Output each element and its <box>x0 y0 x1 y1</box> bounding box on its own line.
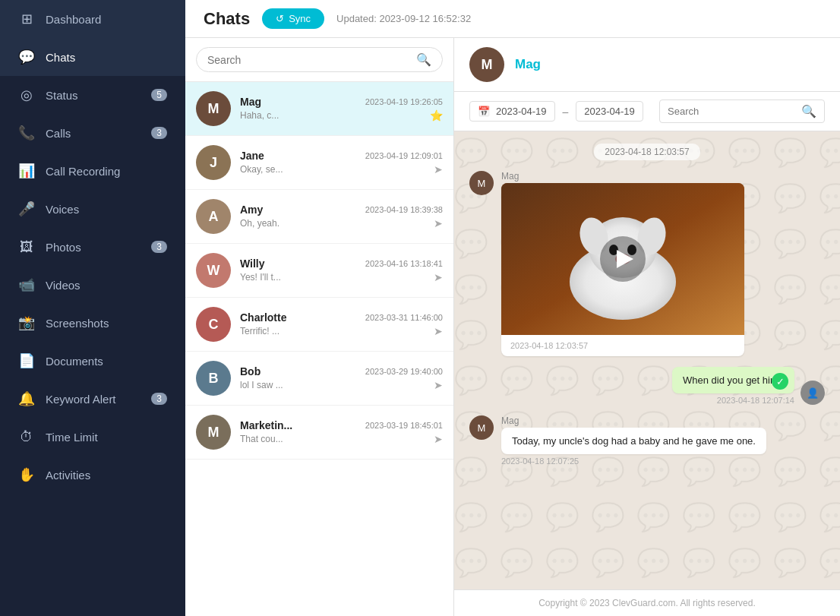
date-from: 2023-04-19 <box>496 106 547 117</box>
sidebar-item-documents[interactable]: 📄 Documents <box>0 342 185 380</box>
voices-icon: 🎤 <box>18 201 35 217</box>
avatar-jane: J <box>196 145 231 180</box>
chat-arrow-willy: ➤ <box>434 271 443 283</box>
date-to-field[interactable]: 2023-04-19 <box>576 101 643 122</box>
chat-item-jane[interactable]: J Jane 2023-04-19 12:09:01 Okay, se... ➤ <box>185 136 453 190</box>
chat-info-willy: Willy 2023-04-16 13:18:41 Yes! I'll t...… <box>240 257 443 283</box>
chat-item-amy[interactable]: A Amy 2023-04-19 18:39:38 Oh, yeah. ➤ <box>185 190 453 244</box>
sidebar-item-call-recording[interactable]: 📊 Call Recording <box>0 152 185 190</box>
avatar-charlotte: C <box>196 307 231 342</box>
messages-area: 2023-04-18 12:03:57 M Mag <box>454 131 840 589</box>
chat-name-marketing: Marketin... <box>240 419 292 431</box>
sidebar-label-videos: Videos <box>46 279 81 292</box>
chat-name-row-willy: Willy 2023-04-16 13:18:41 <box>240 257 443 270</box>
chat-preview-jane: Okay, se... ➤ <box>240 163 443 175</box>
message-received-text: M Mag Today, my uncle's dog had a baby a… <box>469 415 825 466</box>
message-received-image: M Mag <box>469 171 825 356</box>
calendar-icon: 📅 <box>478 106 490 117</box>
chat-name-row-mag: Mag 2023-04-19 19:26:05 <box>240 96 443 108</box>
chat-name-mag: Mag <box>240 96 261 108</box>
chat-item-mag[interactable]: M Mag 2023-04-19 19:26:05 Haha, c... ⭐ <box>185 82 453 136</box>
sidebar-item-calls[interactable]: 📞 Calls 3 <box>0 114 185 152</box>
chat-arrow-amy: ➤ <box>434 217 443 229</box>
badge-calls: 3 <box>151 127 167 139</box>
chat-preview-mag: Haha, c... ⭐ <box>240 109 443 122</box>
dashboard-icon: ⊞ <box>18 11 35 27</box>
preview-text-jane: Okay, se... <box>240 164 283 175</box>
documents-icon: 📄 <box>18 352 35 369</box>
badge-status: 5 <box>151 89 167 101</box>
chat-arrow-charlotte: ➤ <box>434 325 443 337</box>
chat-name-row-jane: Jane 2023-04-19 12:09:01 <box>240 150 443 162</box>
screenshots-icon: 📸 <box>18 314 35 331</box>
detail-search-input[interactable] <box>668 106 795 117</box>
chat-preview-bob: lol I saw ... ➤ <box>240 379 443 391</box>
sidebar-item-voices[interactable]: 🎤 Voices <box>0 190 185 228</box>
chat-item-bob[interactable]: B Bob 2023-03-29 19:40:00 lol I saw ... … <box>185 352 453 406</box>
chat-time-charlotte: 2023-03-31 11:46:00 <box>365 313 443 322</box>
detail-contact-name: Mag <box>515 57 541 72</box>
sidebar-label-status: Status <box>46 89 78 102</box>
message-sent: When did you get him? ✓ 2023-04-18 12:07… <box>469 367 825 405</box>
sidebar-label-calls: Calls <box>46 127 71 140</box>
chats-icon: 💬 <box>18 49 35 65</box>
chat-name-willy: Willy <box>240 257 265 270</box>
msg-image-bubble[interactable]: 2023-04-18 12:03:57 <box>501 183 744 356</box>
sidebar-label-documents: Documents <box>46 355 103 368</box>
keyword-alert-icon: 🔔 <box>18 390 35 407</box>
chat-arrow-bob: ➤ <box>434 379 443 391</box>
videos-icon: 📹 <box>18 276 35 293</box>
sidebar-item-activities[interactable]: ✋ Activities <box>0 456 185 494</box>
chat-preview-marketing: That cou... ➤ <box>240 433 443 445</box>
sidebar-label-call-recording: Call Recording <box>46 165 120 178</box>
updated-text: Updated: 2023-09-12 16:52:32 <box>336 13 471 24</box>
preview-text-amy: Oh, yeah. <box>240 218 279 229</box>
chat-time-jane: 2023-04-19 12:09:01 <box>365 151 443 160</box>
sidebar: ⊞ Dashboard 💬 Chats ◎ Status 5 📞 Calls 3… <box>0 0 185 616</box>
date-separator: – <box>563 106 569 118</box>
sidebar-label-dashboard: Dashboard <box>46 13 101 26</box>
sidebar-item-photos[interactable]: 🖼 Photos 3 <box>0 228 185 266</box>
sidebar-item-time-limit[interactable]: ⏱ Time Limit <box>0 418 185 456</box>
chat-item-charlotte[interactable]: C Charlotte 2023-03-31 11:46:00 Terrific… <box>185 298 453 352</box>
sync-button[interactable]: ↺ Sync <box>262 8 324 29</box>
sidebar-item-keyword-alert[interactable]: 🔔 Keyword Alert 3 <box>0 380 185 418</box>
activities-icon: ✋ <box>18 466 35 483</box>
dog-image-svg <box>501 183 744 335</box>
avatar-willy: W <box>196 253 231 288</box>
sidebar-label-screenshots: Screenshots <box>46 317 109 330</box>
msg-text: When did you get him? <box>683 374 784 386</box>
header: Chats ↺ Sync Updated: 2023-09-12 16:52:3… <box>185 0 840 38</box>
chat-time-bob: 2023-03-29 19:40:00 <box>365 367 443 376</box>
sidebar-label-chats: Chats <box>46 51 75 64</box>
msg-avatar-2: M <box>469 415 494 440</box>
chat-preview-charlotte: Terrific! ... ➤ <box>240 325 443 337</box>
chat-name-jane: Jane <box>240 150 264 162</box>
sidebar-item-videos[interactable]: 📹 Videos <box>0 266 185 304</box>
avatar-amy: A <box>196 199 231 234</box>
sidebar-item-screenshots[interactable]: 📸 Screenshots <box>0 304 185 342</box>
preview-text-willy: Yes! I'll t... <box>240 272 281 283</box>
sidebar-item-chats[interactable]: 💬 Chats <box>0 38 185 76</box>
chat-detail-header: M Mag <box>454 38 840 92</box>
date-field[interactable]: 📅 2023-04-19 <box>469 101 555 122</box>
chat-item-willy[interactable]: W Willy 2023-04-16 13:18:41 Yes! I'll t.… <box>185 244 453 298</box>
chat-item-marketing[interactable]: M Marketin... 2023-03-19 18:45:01 That c… <box>185 406 453 460</box>
chat-search-wrap: 🔍 <box>196 47 443 72</box>
search-icon: 🔍 <box>416 52 431 67</box>
chat-list: M Mag 2023-04-19 19:26:05 Haha, c... ⭐ J… <box>185 82 453 616</box>
sidebar-item-dashboard[interactable]: ⊞ Dashboard <box>0 0 185 38</box>
chat-detail-panel: M Mag 📅 2023-04-19 – 2023-04-19 🔍 <box>454 38 840 616</box>
chat-info-charlotte: Charlotte 2023-03-31 11:46:00 Terrific! … <box>240 311 443 337</box>
chat-info-amy: Amy 2023-04-19 18:39:38 Oh, yeah. ➤ <box>240 204 443 229</box>
chat-search-input[interactable] <box>207 54 410 66</box>
sidebar-item-status[interactable]: ◎ Status 5 <box>0 76 185 114</box>
footer-text: Copyright © 2023 ClevGuard.com. All righ… <box>538 598 756 608</box>
chat-name-charlotte: Charlotte <box>240 311 286 324</box>
preview-text-bob: lol I saw ... <box>240 380 283 390</box>
chat-name-bob: Bob <box>240 365 261 377</box>
chat-info-jane: Jane 2023-04-19 12:09:01 Okay, se... ➤ <box>240 150 443 175</box>
msg-bubble-received: Today, my uncle's dog had a baby and he … <box>501 428 766 454</box>
msg-image-time: 2023-04-18 12:03:57 <box>510 341 735 350</box>
sync-icon: ↺ <box>276 13 284 24</box>
